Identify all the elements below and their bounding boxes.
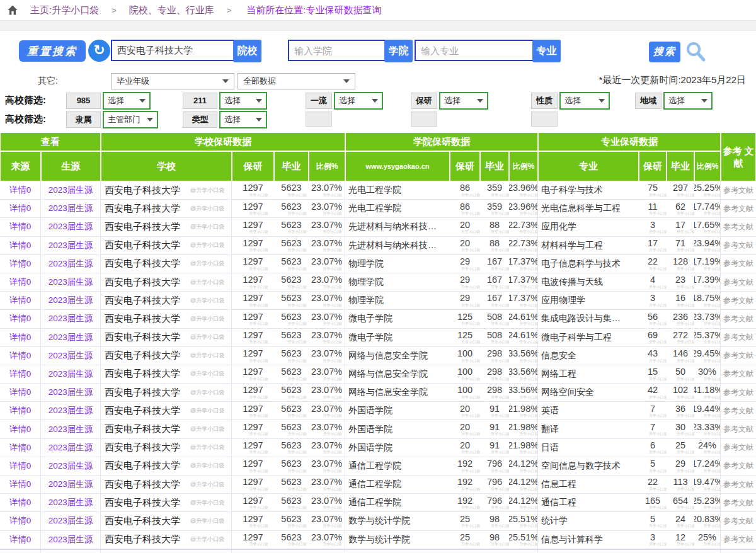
reference-link[interactable]: 参考文献 bbox=[721, 365, 756, 383]
origin-link[interactable]: 2023届生源 bbox=[49, 479, 93, 490]
reference-link[interactable]: 参考文献 bbox=[721, 476, 756, 493]
origin-link[interactable]: 2023届生源 bbox=[49, 276, 93, 288]
college-cell: 先进材料与纳米科技… bbox=[345, 218, 450, 236]
origin-link[interactable]: 2023届生源 bbox=[49, 332, 93, 343]
header-college-group: 学院保研数据 bbox=[345, 132, 538, 151]
table-body: 详情0 2023届生源 西安电子科技大学@升学小口袋 1297升学小口袋5623… bbox=[0, 181, 756, 553]
detail-link[interactable]: 详情0 bbox=[9, 221, 32, 232]
origin-link[interactable]: 2023届生源 bbox=[49, 515, 93, 527]
grade-select[interactable]: 毕业年级 bbox=[111, 73, 234, 89]
reference-link[interactable]: 参考文献 bbox=[721, 292, 756, 309]
detail-link[interactable]: 详情0 bbox=[9, 295, 32, 306]
school-search-input[interactable] bbox=[111, 40, 236, 61]
detail-link[interactable]: 详情0 bbox=[9, 313, 32, 324]
major-tag-button[interactable]: 专业 bbox=[532, 40, 561, 62]
origin-link[interactable]: 2023届生源 bbox=[49, 203, 93, 214]
header-reference: 参考 文献 bbox=[721, 132, 756, 181]
data-scope-select[interactable]: 全部数据 bbox=[238, 73, 355, 89]
origin-link[interactable]: 2023届生源 bbox=[49, 460, 93, 472]
detail-link[interactable]: 详情0 bbox=[9, 405, 32, 416]
detail-link[interactable]: 详情0 bbox=[9, 368, 32, 380]
filter-yiliu-select[interactable]: 选择 bbox=[334, 92, 383, 110]
origin-link[interactable]: 2023届生源 bbox=[49, 368, 93, 380]
reference-link[interactable]: 参考文献 bbox=[721, 255, 756, 273]
header-major-biye: 毕业 bbox=[667, 151, 694, 181]
origin-link[interactable]: 2023届生源 bbox=[49, 258, 93, 270]
detail-link[interactable]: 详情0 bbox=[9, 258, 32, 270]
reference-link[interactable]: 参考文献 bbox=[721, 439, 756, 457]
reference-link[interactable]: 参考文献 bbox=[721, 181, 756, 199]
school-cell: 西安电子科技大学@升学小口袋 bbox=[101, 494, 232, 511]
detail-link[interactable]: 详情0 bbox=[9, 276, 32, 288]
origin-link[interactable]: 2023届生源 bbox=[49, 387, 93, 398]
detail-link[interactable]: 详情0 bbox=[9, 424, 32, 435]
detail-link[interactable]: 详情0 bbox=[9, 332, 32, 343]
filter-985-select[interactable]: 选择 bbox=[103, 92, 151, 110]
origin-link[interactable]: 2023届生源 bbox=[49, 185, 93, 196]
detail-link[interactable]: 详情0 bbox=[9, 240, 32, 251]
stat-value: 24.12%升学小口袋 bbox=[509, 476, 538, 493]
filter-leixing-select[interactable]: 选择 bbox=[219, 111, 267, 128]
origin-link[interactable]: 2023届生源 bbox=[49, 313, 93, 324]
stat-value: 5623升学小口袋 bbox=[274, 420, 309, 438]
stat-value: 1297升学小口袋 bbox=[232, 218, 274, 236]
origin-link[interactable]: 2023届生源 bbox=[49, 405, 93, 416]
filter-xingzhi-select[interactable]: 选择 bbox=[559, 92, 610, 110]
origin-link[interactable]: 2023届生源 bbox=[49, 442, 93, 453]
header-site: www.ysygaokao.cn bbox=[345, 151, 450, 181]
detail-link[interactable]: 详情0 bbox=[9, 534, 32, 545]
reference-link[interactable]: 参考文献 bbox=[721, 329, 756, 346]
stat-value: 3升学小口袋 bbox=[639, 218, 667, 236]
college-search-input[interactable] bbox=[288, 40, 387, 61]
reference-link[interactable]: 参考文献 bbox=[721, 420, 756, 438]
reference-link[interactable]: 参考文献 bbox=[721, 218, 756, 236]
detail-link[interactable]: 详情0 bbox=[9, 460, 32, 472]
reference-link[interactable]: 参考文献 bbox=[721, 237, 756, 254]
watermark-text: @升学小口袋 bbox=[190, 333, 224, 341]
filter-lishu-select[interactable]: 主管部门 bbox=[103, 111, 158, 128]
origin-link[interactable]: 2023届生源 bbox=[49, 497, 93, 508]
reference-link[interactable]: 参考文献 bbox=[721, 384, 756, 401]
stat-value: 16升学小口袋 bbox=[667, 292, 694, 309]
home-icon[interactable] bbox=[6, 4, 19, 16]
origin-link[interactable]: 2023届生源 bbox=[49, 534, 93, 545]
filter-baoyan-select[interactable]: 选择 bbox=[439, 92, 488, 110]
header-school-group: 学校保研数据 bbox=[101, 132, 345, 151]
reference-link[interactable]: 参考文献 bbox=[721, 347, 756, 365]
detail-link[interactable]: 详情0 bbox=[9, 442, 32, 453]
reference-link[interactable]: 参考文献 bbox=[721, 494, 756, 511]
reference-link[interactable]: 参考文献 bbox=[721, 512, 756, 530]
detail-link[interactable]: 详情0 bbox=[9, 203, 32, 214]
detail-link[interactable]: 详情0 bbox=[9, 185, 32, 196]
origin-link[interactable]: 2023届生源 bbox=[49, 295, 93, 306]
reference-link[interactable]: 参考文献 bbox=[721, 457, 756, 475]
detail-link[interactable]: 详情0 bbox=[9, 497, 32, 508]
college-tag-button[interactable]: 学院 bbox=[384, 40, 413, 62]
school-tag-button[interactable]: 院校 bbox=[233, 40, 261, 62]
major-search-input[interactable] bbox=[415, 40, 536, 61]
reference-link[interactable]: 参考文献 bbox=[721, 200, 756, 217]
chevron-down-icon bbox=[139, 99, 146, 103]
magnifier-icon[interactable] bbox=[684, 40, 708, 64]
reference-link[interactable]: 参考文献 bbox=[721, 402, 756, 419]
origin-link[interactable]: 2023届生源 bbox=[49, 350, 93, 362]
detail-link[interactable]: 详情0 bbox=[9, 350, 32, 362]
breadcrumb-library[interactable]: 院校、专业、行业库 bbox=[129, 4, 214, 16]
reference-link[interactable]: 参考文献 bbox=[721, 310, 756, 328]
origin-link[interactable]: 2023届生源 bbox=[49, 240, 93, 251]
detail-link[interactable]: 详情0 bbox=[9, 479, 32, 490]
reset-search-button[interactable]: 重置搜索 bbox=[19, 40, 86, 62]
refresh-icon[interactable]: ↻ bbox=[88, 40, 110, 62]
stat-value: 23.07%升学小口袋 bbox=[309, 531, 345, 549]
origin-link[interactable]: 2023届生源 bbox=[49, 424, 93, 435]
detail-link[interactable]: 详情0 bbox=[9, 515, 32, 527]
detail-link[interactable]: 详情0 bbox=[9, 387, 32, 398]
search-button[interactable]: 搜索 bbox=[649, 42, 680, 62]
filter-diyu-select[interactable]: 选择 bbox=[663, 92, 713, 110]
filter-211-select[interactable]: 选择 bbox=[219, 92, 267, 110]
breadcrumb-home[interactable]: 主页:升学小口袋 bbox=[30, 4, 99, 16]
reference-link[interactable]: 参考文献 bbox=[721, 273, 756, 291]
origin-link[interactable]: 2023届生源 bbox=[49, 221, 93, 232]
stat-value: 23升学小口袋 bbox=[667, 273, 694, 291]
reference-link[interactable]: 参考文献 bbox=[721, 531, 756, 549]
